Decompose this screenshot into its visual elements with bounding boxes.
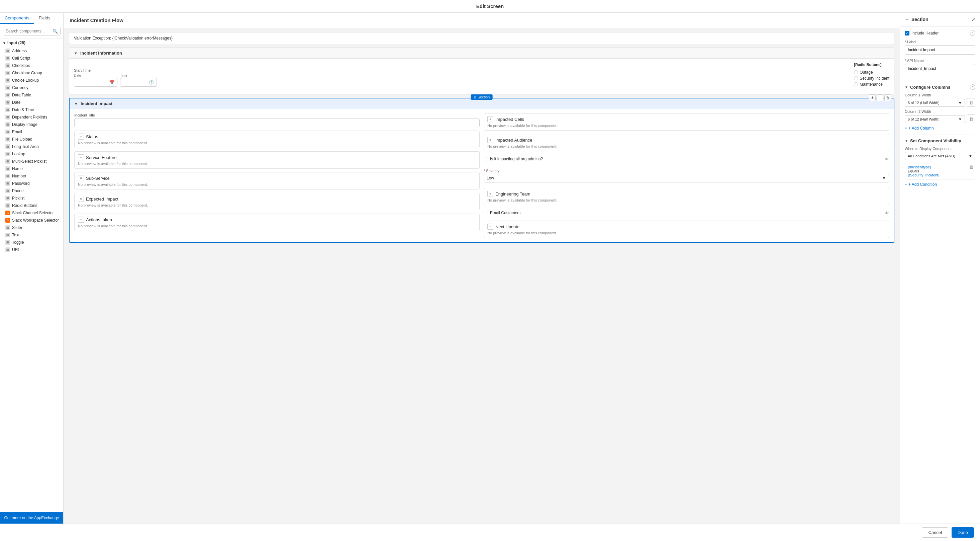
comp-status-header: ≡ Status	[78, 134, 476, 140]
service-feature-label: Service Feature	[86, 155, 117, 160]
impacted-audience-label: Impacted Audience	[495, 137, 533, 143]
sidebar-item-name[interactable]: ⊞ Name	[0, 165, 63, 172]
appexchange-footer[interactable]: Get more on the AppExchange	[0, 512, 63, 523]
sidebar-item-phone[interactable]: ⊞ Phone	[0, 187, 63, 195]
sidebar-item-picklist[interactable]: ⊞ Picklist	[0, 195, 63, 202]
tab-fields[interactable]: Fields	[34, 13, 55, 24]
sidebar-item-date-time[interactable]: ⊞ Date & Time	[0, 106, 63, 113]
sidebar-item-url[interactable]: ⊞ URL	[0, 246, 63, 254]
radio-item-security[interactable]: Security Incident	[854, 76, 889, 81]
incident-title-input[interactable]	[74, 118, 480, 127]
sidebar-item-number[interactable]: ⊞ Number	[0, 172, 63, 180]
search-input[interactable]	[3, 27, 60, 35]
configure-columns-title[interactable]: ▼ Configure Columns ℹ	[905, 85, 975, 90]
when-to-display-select[interactable]: All Conditions Are Met (AND) ▼	[905, 152, 975, 160]
label-field-input[interactable]	[905, 45, 975, 54]
right-panel-title-text: Section	[912, 17, 929, 22]
comp-service-feature-header: ≡ Service Feature	[78, 154, 476, 160]
delete-condition-btn[interactable]: 🗑	[969, 164, 974, 169]
long-text-area-icon: ⊞	[5, 144, 10, 149]
configure-columns-section: ▼ Configure Columns ℹ Column 1 Width 6 o…	[905, 85, 975, 131]
chevron-down-col2-icon: ▼	[958, 117, 962, 121]
field-row-start-time: Start Time Date 📅	[74, 62, 889, 87]
comp-impacted-cells-header: ≡ Impacted Cells	[487, 116, 885, 122]
back-arrow-icon[interactable]: ←	[905, 17, 909, 22]
multi-select-picklist-icon: ⊞	[5, 159, 10, 164]
sidebar-item-lookup[interactable]: ⊞ Lookup	[0, 150, 63, 158]
right-panel-title: ← Section	[905, 17, 929, 22]
column1-width-select[interactable]: 6 of 12 (Half Width) ▼	[905, 99, 965, 107]
chevron-down-visibility-icon: ▼	[969, 154, 972, 158]
email-customers-eye-icon[interactable]: 👁	[885, 211, 889, 215]
add-component-btn[interactable]: +	[877, 94, 883, 101]
expand-icon[interactable]: ⤢	[971, 17, 975, 22]
checkbox-email-customers[interactable]: Email Customers	[484, 209, 520, 217]
api-name-field-input[interactable]	[905, 64, 975, 73]
tab-components[interactable]: Components	[0, 13, 34, 24]
password-icon: ⊞	[5, 181, 10, 186]
include-header-info-icon[interactable]: ℹ	[970, 30, 975, 36]
visibility-section-title[interactable]: ▼ Set Component Visibility	[905, 138, 975, 143]
time-input[interactable]: 🕐	[120, 78, 157, 87]
sidebar-item-password[interactable]: ⊞ Password	[0, 180, 63, 187]
sidebar-item-currency[interactable]: ⊞ Currency	[0, 84, 63, 91]
severity-select[interactable]: Low ▼	[484, 174, 889, 182]
date-input[interactable]: 📅	[74, 78, 118, 87]
calendar-icon: 📅	[109, 80, 115, 85]
status-comp-icon: ≡	[78, 134, 84, 140]
sidebar-item-checkbox[interactable]: ⊞ Checkbox	[0, 62, 63, 69]
sidebar-item-address[interactable]: ⊞ Address	[0, 47, 63, 54]
delete-column1-btn[interactable]: 🗑	[967, 98, 975, 107]
sidebar-item-file-upload[interactable]: ⊞ File Upload	[0, 136, 63, 143]
sidebar-item-text[interactable]: ⊞ Text	[0, 231, 63, 239]
add-condition-btn[interactable]: + + Add Condition	[905, 182, 975, 187]
sidebar-tabs: Components Fields	[0, 13, 63, 24]
radio-item-maintenance[interactable]: Maintenance	[854, 82, 889, 87]
collapse-icon[interactable]: ▼	[74, 51, 78, 55]
org-admins-eye-icon[interactable]: 👁	[885, 157, 889, 162]
radio-buttons-icon: ⊞	[5, 203, 10, 208]
sidebar-item-toggle[interactable]: ⊞ Toggle	[0, 239, 63, 246]
sidebar-item-call-script[interactable]: ⊞ Call Script	[0, 54, 63, 62]
configure-columns-info-icon[interactable]: ℹ	[970, 85, 975, 90]
sidebar-item-choice-lookup[interactable]: ⊞ Choice Lookup	[0, 77, 63, 84]
expected-impact-label: Expected Impact	[86, 196, 118, 201]
sidebar-item-display-image[interactable]: ⊞ Display Image	[0, 121, 63, 128]
checkbox-org-admins[interactable]: Is it impacting all org admins?	[484, 155, 543, 163]
lookup-icon: ⊞	[5, 152, 10, 156]
comp-expected-impact-header: ≡ Expected Impact	[78, 196, 476, 202]
sidebar-item-long-text-area[interactable]: ⊞ Long Text Area	[0, 143, 63, 150]
radio-circle-outage	[854, 70, 858, 74]
column2-width-label: Column 2 Width	[905, 110, 975, 113]
sidebar-item-multi-select-picklist[interactable]: ⊞ Multi-Select Picklist	[0, 158, 63, 165]
sidebar-item-data-table[interactable]: ⊞ Data Table	[0, 91, 63, 99]
sidebar-item-date[interactable]: ⊞ Date	[0, 99, 63, 106]
include-header-checkbox[interactable]: ✓	[905, 31, 909, 35]
comp-expected-impact: ≡ Expected Impact No preview is availabl…	[74, 193, 480, 210]
sidebar-item-slider[interactable]: ⊞ Slider	[0, 224, 63, 231]
name-icon: ⊞	[5, 166, 10, 171]
delete-section-btn[interactable]: 🗑	[885, 94, 891, 101]
visibility-toggle-btn[interactable]: 👁	[869, 94, 876, 101]
comp-next-update-header: ≡ Next Update	[487, 223, 885, 230]
sidebar-item-radio-buttons[interactable]: ⊞ Radio Buttons	[0, 202, 63, 209]
sidebar-item-checkbox-group[interactable]: ⊞ Checkbox Group	[0, 69, 63, 77]
sub-service-label: Sub-Service	[86, 176, 110, 181]
clock-icon: 🕐	[149, 80, 154, 85]
api-name-field-label: * API Name	[905, 59, 975, 62]
delete-column2-btn[interactable]: 🗑	[967, 115, 975, 123]
sidebar-item-dependent-picklists[interactable]: ⊞ Dependent Picklists	[0, 113, 63, 121]
radio-item-outage[interactable]: Outage	[854, 70, 889, 75]
column2-width-controls: 6 of 12 (Half Width) ▼ 🗑	[905, 115, 975, 123]
sidebar-item-slack-workspace-selector[interactable]: S Slack Workspace Selector	[0, 217, 63, 224]
collapse-impact-icon[interactable]: ▼	[74, 102, 78, 106]
file-upload-icon: ⊞	[5, 137, 10, 142]
sidebar-item-slack-channel-selector[interactable]: S Slack Channel Selector	[0, 209, 63, 217]
column2-width-select[interactable]: 6 of 12 (Half Width) ▼	[905, 115, 965, 123]
sidebar-item-email[interactable]: ⊞ Email	[0, 128, 63, 136]
checkbox-icon: ⊞	[5, 63, 10, 68]
cancel-button[interactable]: Cancel	[922, 527, 948, 538]
done-button[interactable]: Done	[951, 527, 974, 538]
next-update-preview: No preview is available for this compone…	[487, 231, 885, 235]
add-column-btn[interactable]: + + Add Column	[905, 126, 975, 131]
